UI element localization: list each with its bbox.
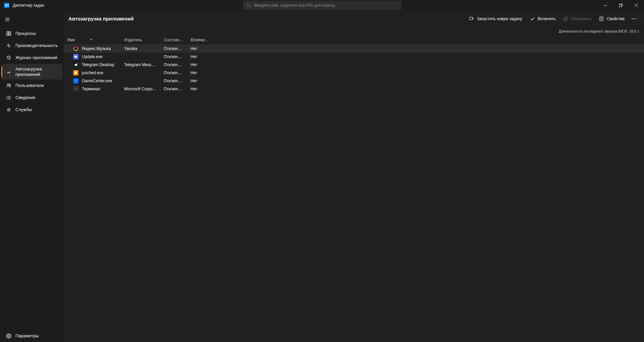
svg-rect-3	[620, 5, 622, 7]
properties-button[interactable]: Свойства	[595, 14, 628, 23]
svg-rect-9	[7, 32, 8, 33]
page-header: Автозагрузка приложений Запустить новую …	[64, 11, 644, 27]
sidebar-item-services[interactable]: Службы	[1, 104, 62, 116]
gauge-icon	[6, 69, 11, 75]
cell-publisher	[121, 69, 160, 77]
users-icon	[6, 83, 11, 88]
svg-line-26	[565, 17, 567, 20]
sidebar-item-processes[interactable]: Процессы	[1, 28, 62, 40]
yandex-icon	[73, 46, 78, 51]
run-new-task-button[interactable]: Запустить новую задачу	[466, 14, 526, 23]
cell-rest	[214, 85, 644, 93]
sidebar-footer: Параметры	[0, 330, 64, 342]
svg-point-0	[247, 4, 250, 7]
svg-rect-24	[470, 17, 473, 20]
row-name: Терминал	[82, 87, 100, 91]
status-strip: Длительность последнего запуска BIOS: 10…	[64, 27, 644, 36]
cell-state: Отключено	[160, 45, 187, 53]
svg-rect-11	[7, 34, 8, 36]
settings-icon	[6, 333, 11, 339]
col-header-impact[interactable]: Влияние на за...	[187, 36, 214, 45]
cell-impact: Нет	[187, 77, 214, 85]
gear-icon	[6, 107, 11, 112]
page-actions: Запустить новую задачу Включить Отключит…	[466, 13, 639, 24]
telegram-icon	[73, 62, 78, 67]
activity-icon	[6, 43, 11, 48]
action-label: Включить	[538, 16, 556, 21]
cell-publisher: Telegram Messenger LLP	[121, 61, 160, 69]
row-name: GameCenter.exe	[82, 79, 112, 83]
cell-impact: Нет	[187, 53, 214, 61]
svg-rect-10	[9, 32, 11, 33]
col-header-name[interactable]: Имя	[64, 36, 121, 45]
sidebar-item-users[interactable]: Пользователи	[1, 80, 62, 92]
enable-button[interactable]: Включить	[526, 14, 559, 23]
svg-point-33	[635, 18, 636, 19]
cell-impact: Нет	[187, 61, 214, 69]
row-name: Telegram Desktop	[82, 62, 114, 67]
table-row[interactable]: Яндекс.МузыкаYandexОтключеноНет	[64, 45, 644, 53]
search-box[interactable]	[243, 1, 401, 10]
bios-time-label: Длительность последнего запуска BIOS:	[559, 29, 628, 33]
term-icon	[73, 86, 78, 92]
grid-icon	[6, 31, 11, 36]
more-button[interactable]	[629, 13, 639, 24]
cell-name: Яндекс.Музыка	[64, 45, 121, 53]
sidebar-item-app-history[interactable]: Журнал приложений	[1, 52, 62, 64]
cell-rest	[214, 53, 644, 61]
sidebar-item-label: Производительность	[15, 43, 58, 48]
table-wrap[interactable]: Имя Издатель Состояние Влияние на за... …	[64, 36, 644, 342]
titlebar-left: Диспетчер задач	[0, 3, 44, 8]
table-body: Яндекс.МузыкаYandexОтключеноНетUpdate.ex…	[64, 45, 644, 93]
main: Процессы Производительность Журнал прило…	[0, 11, 644, 342]
sidebar-item-label: Пользователи	[15, 83, 44, 88]
minimize-button[interactable]	[598, 0, 613, 11]
sidebar-item-startup[interactable]: Автозагрузка приложений	[1, 64, 62, 80]
close-button[interactable]	[629, 0, 644, 11]
game-icon	[73, 78, 78, 84]
nav-list: Процессы Производительность Журнал прило…	[0, 28, 64, 116]
svg-point-21	[7, 99, 7, 99]
sidebar-item-details[interactable]: Сведения	[1, 92, 62, 104]
cell-publisher	[121, 77, 160, 85]
sidebar-item-performance[interactable]: Производительность	[1, 40, 62, 52]
cell-rest	[214, 77, 644, 85]
cell-name: Telegram Desktop	[64, 61, 121, 69]
cell-rest	[214, 69, 644, 77]
table-row[interactable]: Update.exeОтключеноНет	[64, 53, 644, 61]
search-input[interactable]	[254, 3, 398, 8]
col-header-state[interactable]: Состояние	[160, 36, 187, 45]
table-row[interactable]: ТерминалMicrosoft CorporationОтключеноНе…	[64, 85, 644, 93]
col-header-publisher[interactable]: Издатель	[121, 36, 160, 45]
svg-point-22	[8, 109, 10, 111]
sidebar-item-label: Журнал приложений	[15, 55, 57, 60]
table-row[interactable]: GameCenter.exeОтключеноНет	[64, 77, 644, 85]
cell-state: Отключено	[160, 77, 187, 85]
col-header-label: Издатель	[124, 38, 142, 42]
cell-name: jusched.exe	[64, 69, 121, 77]
maximize-button[interactable]	[613, 0, 629, 11]
cell-publisher: Microsoft Corporation	[121, 85, 160, 93]
svg-line-1	[250, 6, 251, 7]
java-icon	[73, 70, 78, 76]
table-row[interactable]: jusched.exeОтключеноНет	[64, 69, 644, 77]
row-name: Яндекс.Музыка	[82, 46, 111, 51]
hamburger-button[interactable]	[1, 13, 14, 26]
sidebar-item-label: Службы	[15, 107, 32, 112]
action-label: Отключить	[571, 16, 592, 21]
sidebar-item-settings[interactable]: Параметры	[1, 330, 62, 342]
cell-rest	[214, 61, 644, 69]
sidebar-item-label: Параметры	[15, 333, 39, 339]
cell-impact: Нет	[187, 85, 214, 93]
check-icon	[530, 16, 535, 21]
svg-point-31	[632, 18, 633, 19]
disable-icon	[563, 16, 569, 21]
window-controls	[598, 0, 644, 11]
svg-point-32	[634, 18, 634, 19]
sidebar-item-label: Сведения	[15, 95, 35, 100]
col-header-label: Имя	[67, 38, 75, 42]
content: Автозагрузка приложений Запустить новую …	[64, 11, 644, 342]
cell-publisher	[121, 53, 160, 61]
cell-state: Отключено	[160, 85, 187, 93]
table-row[interactable]: Telegram DesktopTelegram Messenger LLPОт…	[64, 61, 644, 69]
